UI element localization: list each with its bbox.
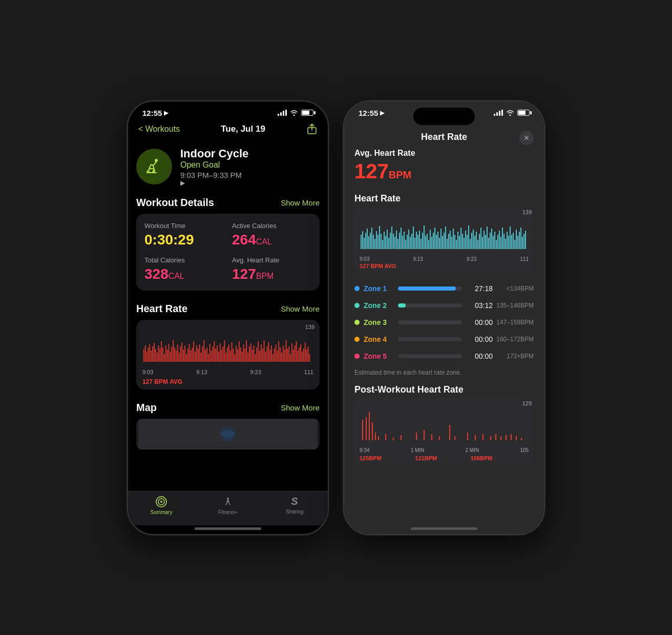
home-indicator-right xyxy=(411,527,477,530)
svg-rect-113 xyxy=(305,342,306,362)
svg-rect-224 xyxy=(516,230,517,249)
svg-rect-190 xyxy=(464,238,465,249)
zone-1-dot xyxy=(354,286,360,291)
svg-rect-5 xyxy=(146,352,148,362)
zone-5-time: 00:00 xyxy=(468,352,493,360)
svg-rect-169 xyxy=(431,237,432,249)
svg-rect-187 xyxy=(459,236,460,249)
svg-rect-84 xyxy=(262,349,263,362)
avg-hr-display: 127BPM xyxy=(354,160,534,183)
back-button[interactable]: < Workouts xyxy=(138,125,180,134)
svg-rect-253 xyxy=(511,434,512,440)
svg-rect-236 xyxy=(378,436,379,440)
svg-rect-110 xyxy=(300,344,301,362)
svg-rect-183 xyxy=(453,229,454,249)
svg-rect-86 xyxy=(265,352,266,362)
zone-4-bpm: 160–172BPM xyxy=(493,336,534,343)
svg-rect-62 xyxy=(230,351,231,362)
svg-rect-96 xyxy=(280,347,281,362)
svg-rect-214 xyxy=(500,237,501,249)
svg-rect-123 xyxy=(361,235,362,249)
svg-rect-182 xyxy=(451,237,452,249)
post-time-3: 2 MIN xyxy=(465,447,479,453)
svg-rect-33 xyxy=(187,349,188,362)
post-bpm-1: 125BPM xyxy=(360,455,382,461)
modal-header: Heart Rate ✕ xyxy=(344,121,544,149)
zone-3-bpm: 147–159BPM xyxy=(493,319,534,326)
wifi-icon xyxy=(290,110,298,116)
svg-rect-94 xyxy=(277,351,278,362)
svg-rect-7 xyxy=(149,344,150,362)
svg-rect-166 xyxy=(427,234,428,249)
svg-rect-192 xyxy=(467,235,468,249)
svg-rect-193 xyxy=(468,226,469,249)
dynamic-island-right xyxy=(413,108,475,125)
svg-rect-65 xyxy=(234,354,235,362)
zone-2-bpm: 135–146BPM xyxy=(493,302,534,309)
svg-rect-105 xyxy=(293,350,294,362)
heart-rate-show-more[interactable]: Show More xyxy=(281,304,320,313)
svg-rect-10 xyxy=(154,343,155,362)
map-section: Map Show More xyxy=(136,402,320,449)
share-button[interactable] xyxy=(306,124,318,135)
svg-rect-142 xyxy=(390,233,391,249)
modal-close-button[interactable]: ✕ xyxy=(519,131,534,145)
svg-rect-76 xyxy=(250,343,251,362)
svg-rect-152 xyxy=(405,240,406,249)
svg-rect-87 xyxy=(266,346,267,362)
svg-rect-132 xyxy=(374,239,375,249)
tab-fitness[interactable]: Fitness+ xyxy=(213,496,243,515)
active-cal-value: 264CAL xyxy=(232,232,311,248)
svg-rect-81 xyxy=(258,341,259,362)
svg-rect-195 xyxy=(471,233,472,249)
svg-rect-148 xyxy=(399,233,400,249)
svg-rect-228 xyxy=(522,237,523,249)
svg-rect-12 xyxy=(157,353,158,362)
summary-icon xyxy=(155,496,167,508)
sharing-icon: S xyxy=(291,496,298,507)
svg-rect-17 xyxy=(164,354,165,362)
svg-rect-54 xyxy=(218,352,219,362)
svg-rect-219 xyxy=(508,236,509,249)
svg-rect-23 xyxy=(173,340,174,362)
total-cal-label: Total Calories xyxy=(144,256,224,264)
svg-rect-150 xyxy=(402,236,403,249)
svg-rect-199 xyxy=(477,240,478,249)
time-display-right: 12:55 xyxy=(359,109,378,117)
post-section-title: Post-Workout Heart Rate xyxy=(354,384,534,395)
svg-rect-202 xyxy=(482,237,483,249)
svg-rect-198 xyxy=(476,232,477,249)
svg-rect-139 xyxy=(385,236,386,249)
svg-rect-66 xyxy=(236,345,237,362)
svg-rect-71 xyxy=(243,344,244,362)
svg-rect-160 xyxy=(417,235,418,249)
signal-bars xyxy=(278,110,287,116)
zone-5-dot xyxy=(354,354,360,359)
svg-rect-90 xyxy=(271,345,272,362)
status-time: 12:55 ▶ xyxy=(142,109,168,117)
time-label-1: 9:03 xyxy=(142,369,153,375)
svg-rect-233 xyxy=(369,412,370,440)
svg-rect-44 xyxy=(203,340,204,362)
zone-4-name: Zone 4 xyxy=(364,335,392,343)
svg-rect-155 xyxy=(410,237,411,249)
svg-rect-27 xyxy=(179,353,180,362)
svg-rect-21 xyxy=(170,352,171,362)
hr-avg-label: 127 BPM AVG xyxy=(360,263,529,269)
map-show-more[interactable]: Show More xyxy=(281,403,320,412)
tab-summary[interactable]: Summary xyxy=(146,496,177,515)
zone-5-bpm: 173+BPM xyxy=(493,353,534,360)
svg-rect-177 xyxy=(444,233,445,249)
tab-sharing[interactable]: S Sharing xyxy=(279,496,310,515)
svg-rect-92 xyxy=(274,349,275,362)
svg-rect-234 xyxy=(372,422,373,440)
svg-rect-208 xyxy=(491,229,492,249)
dynamic-island xyxy=(197,108,259,125)
workout-details-show-more[interactable]: Show More xyxy=(281,198,320,207)
svg-rect-129 xyxy=(370,233,371,249)
svg-rect-174 xyxy=(439,238,440,249)
zone-2-row: Zone 2 03:12 135–146BPM xyxy=(354,297,534,314)
svg-rect-42 xyxy=(201,353,202,362)
modal-title: Heart Rate xyxy=(421,132,467,142)
tab-summary-label: Summary xyxy=(151,509,173,515)
